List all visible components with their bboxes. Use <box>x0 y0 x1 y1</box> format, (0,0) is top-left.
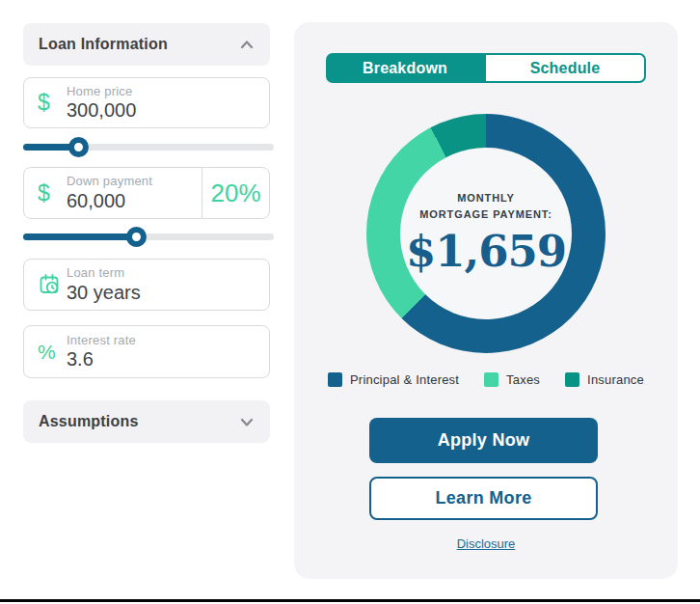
legend-label: Insurance <box>587 372 644 387</box>
interest-rate-field[interactable]: % Interest rate <box>23 325 270 378</box>
down-payment-percent-badge: 20% <box>202 168 269 218</box>
results-panel: Breakdown Schedule MONTHLY MORTGAGE PAYM… <box>294 22 678 579</box>
bottom-border-bar <box>0 599 700 602</box>
down-payment-field-text: Down payment <box>67 174 202 211</box>
donut-caption-line2: MORTGAGE PAYMENT: <box>419 208 552 220</box>
slider-fill <box>23 233 136 240</box>
interest-rate-input[interactable] <box>67 348 269 371</box>
slider-handle[interactable] <box>126 227 147 247</box>
chart-legend: Principal & Interest Taxes Insurance <box>294 372 678 387</box>
insurance-swatch <box>565 372 579 387</box>
interest-rate-label: Interest rate <box>67 333 269 348</box>
loan-information-accordion[interactable]: Loan Information <box>23 23 270 66</box>
legend-label: Principal & Interest <box>350 372 459 387</box>
assumptions-accordion[interactable]: Assumptions <box>23 400 270 443</box>
loan-term-label: Loan term <box>67 265 269 281</box>
calendar-clock-icon <box>38 272 67 297</box>
taxes-swatch <box>484 372 498 387</box>
slider-track[interactable] <box>23 233 274 240</box>
loan-information-title: Loan Information <box>39 36 168 53</box>
dollar-icon: $ <box>38 90 67 116</box>
principal-interest-swatch <box>328 372 342 387</box>
disclosure-row: Disclosure <box>294 535 678 552</box>
apply-now-button[interactable]: Apply Now <box>369 418 598 463</box>
interest-rate-field-text: Interest rate <box>67 333 269 371</box>
home-price-label: Home price <box>67 84 269 99</box>
chevron-down-icon <box>237 412 256 431</box>
home-price-field-text: Home price <box>67 84 269 122</box>
legend-item-taxes: Taxes <box>484 372 540 387</box>
percent-icon: % <box>38 341 67 364</box>
loan-term-field[interactable]: Loan term <box>23 259 270 311</box>
down-payment-label: Down payment <box>67 174 202 189</box>
legend-item-insurance: Insurance <box>565 372 644 387</box>
loan-term-input[interactable] <box>67 282 269 304</box>
donut-center: MONTHLY MORTGAGE PAYMENT: $1,659 <box>400 148 572 319</box>
loan-term-field-text: Loan term <box>67 265 269 303</box>
tab-schedule[interactable]: Schedule <box>484 53 646 83</box>
disclosure-link[interactable]: Disclosure <box>457 536 516 551</box>
down-payment-input[interactable] <box>67 190 202 212</box>
slider-track[interactable] <box>23 144 274 151</box>
legend-item-principal-interest: Principal & Interest <box>328 372 459 387</box>
down-payment-field[interactable]: $ Down payment 20% <box>23 167 270 219</box>
loan-sidebar: Loan Information $ Home price $ Down pay… <box>23 0 270 604</box>
learn-more-button[interactable]: Learn More <box>369 477 598 520</box>
tab-breakdown[interactable]: Breakdown <box>326 53 484 83</box>
mortgage-calculator-page: Loan Information $ Home price $ Down pay… <box>0 0 700 604</box>
slider-handle[interactable] <box>68 137 89 157</box>
assumptions-title: Assumptions <box>39 413 139 430</box>
donut-caption: MONTHLY MORTGAGE PAYMENT: <box>419 190 552 222</box>
results-tabs: Breakdown Schedule <box>326 53 646 83</box>
donut-caption-line1: MONTHLY <box>457 192 515 204</box>
home-price-slider[interactable] <box>23 137 274 157</box>
legend-label: Taxes <box>506 372 540 387</box>
down-payment-slider[interactable] <box>23 227 274 247</box>
monthly-payment-amount: $1,659 <box>406 226 566 277</box>
home-price-input[interactable] <box>67 99 269 122</box>
home-price-field[interactable]: $ Home price <box>23 77 270 128</box>
chevron-up-icon <box>237 35 256 54</box>
payment-donut-chart: MONTHLY MORTGAGE PAYMENT: $1,659 <box>366 114 606 353</box>
dollar-icon: $ <box>38 180 67 206</box>
